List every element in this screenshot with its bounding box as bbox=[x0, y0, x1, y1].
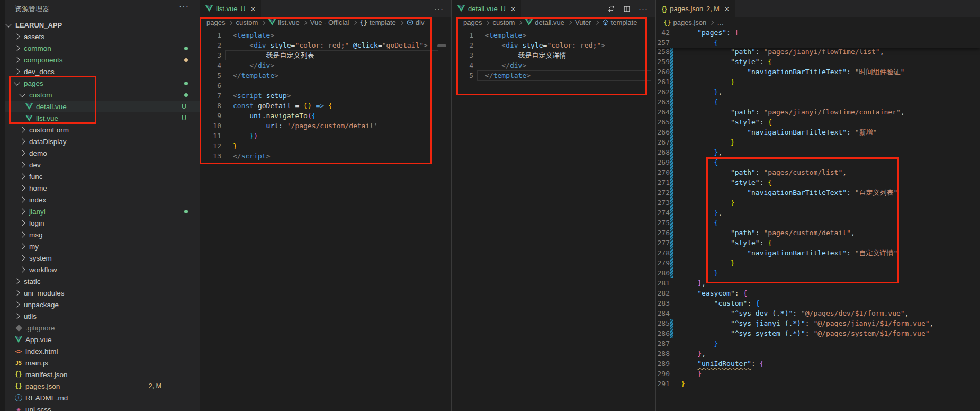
tree-item-common[interactable]: common bbox=[0, 42, 200, 54]
more-actions-icon[interactable]: ··· bbox=[434, 4, 444, 13]
tree-item-utils[interactable]: utils bbox=[0, 310, 200, 322]
code-area-detail-vue[interactable]: 1<template>2<div style="color: red;">3我是… bbox=[452, 28, 655, 411]
line-text: }, bbox=[681, 147, 722, 157]
breadcrumb-item[interactable]: Vuter bbox=[575, 19, 591, 26]
breadcrumb-item[interactable]: Vue - Official bbox=[310, 19, 349, 26]
tree-item-msg[interactable]: msg bbox=[0, 229, 200, 240]
tree-item-dev[interactable]: dev bbox=[0, 159, 200, 171]
tree-item-workflow[interactable]: workflow bbox=[0, 264, 200, 275]
line-number: 260 bbox=[656, 67, 670, 77]
tree-item-label: README.md bbox=[25, 394, 68, 402]
line-number: 3 bbox=[200, 50, 221, 60]
tree-root-learun-app[interactable]: LEARUN_APP bbox=[0, 19, 200, 31]
breadcrumb-item[interactable]: pages bbox=[206, 19, 225, 26]
tree-item-demo[interactable]: demo bbox=[0, 147, 200, 159]
code-line: 8const goDetail = () => { bbox=[200, 101, 451, 111]
breadcrumb-item[interactable]: detail.vue bbox=[525, 19, 564, 26]
file-type-icon-wrap bbox=[24, 115, 34, 122]
tree-item-custom[interactable]: custom bbox=[0, 89, 200, 101]
line-number: 283 bbox=[656, 298, 670, 308]
tree-item-main-js[interactable]: JSmain.js bbox=[0, 357, 200, 369]
breadcrumb-label: custom bbox=[492, 19, 515, 26]
line-number: 264 bbox=[656, 107, 670, 117]
tree-item-jianyi[interactable]: jianyi bbox=[0, 206, 200, 217]
git-modified-gutter bbox=[670, 48, 673, 278]
line-number: 7 bbox=[200, 91, 221, 101]
tree-item-index[interactable]: index bbox=[0, 194, 200, 206]
tree-item-readme-md[interactable]: iREADME.md bbox=[0, 392, 200, 404]
tree-item-datadisplay[interactable]: dataDisplay bbox=[0, 136, 200, 147]
json-tab-icon: {} bbox=[662, 5, 667, 13]
code-line: 258"path": "pages/jianyi/flowTime/list", bbox=[656, 47, 980, 57]
minimap-slider[interactable] bbox=[437, 44, 446, 47]
code-line: 290} bbox=[656, 369, 980, 379]
line-number: 274 bbox=[656, 208, 670, 218]
tree-item-my[interactable]: my bbox=[0, 240, 200, 252]
code-line: 285"^sys-jianyi-(.*)": "@/pages/jianyi/$… bbox=[656, 318, 980, 328]
vue-tab-icon bbox=[205, 5, 213, 12]
breadcrumb-separator-icon bbox=[399, 20, 403, 24]
line-text: "style": { bbox=[681, 177, 772, 187]
tree-item-index-html[interactable]: <>index.html bbox=[0, 345, 200, 357]
tree-item-label: pages bbox=[24, 79, 43, 87]
close-icon[interactable]: × bbox=[725, 4, 730, 13]
code-area-list-vue[interactable]: 1<template>2<div style="color: red;" @cl… bbox=[200, 28, 451, 411]
breadcrumb-label: Vue - Official bbox=[310, 19, 349, 26]
open-changes-icon[interactable] bbox=[607, 5, 615, 13]
chevron-right-icon bbox=[19, 150, 25, 156]
tree-item-list-vue[interactable]: list.vueU bbox=[0, 112, 200, 124]
tree-item-unpackage[interactable]: unpackage bbox=[0, 299, 200, 310]
code-line: 13</script> bbox=[200, 151, 451, 161]
tree-item-home[interactable]: home bbox=[0, 182, 200, 194]
breadcrumb-item[interactable]: {}template bbox=[360, 19, 396, 26]
tree-item-components[interactable]: components bbox=[0, 54, 200, 66]
tree-item-label: home bbox=[29, 184, 47, 192]
tree-item-pages[interactable]: pages bbox=[0, 77, 200, 89]
chevron-right-icon bbox=[19, 138, 25, 144]
tree-item-label: uni.scss bbox=[25, 406, 51, 411]
line-number: 282 bbox=[656, 288, 670, 298]
code-line: 277"style": { bbox=[656, 238, 980, 248]
line-number: 1 bbox=[452, 30, 473, 40]
tree-item-system[interactable]: system bbox=[0, 252, 200, 264]
split-editor-icon[interactable] bbox=[623, 5, 631, 13]
tree-item-login[interactable]: login bbox=[0, 217, 200, 229]
tree-item-static[interactable]: static bbox=[0, 275, 200, 287]
close-icon[interactable]: × bbox=[511, 4, 516, 13]
explorer-more-actions-icon[interactable]: ··· bbox=[179, 2, 189, 12]
breadcrumb-item[interactable]: list.vue bbox=[268, 19, 299, 26]
sticky-scroll[interactable]: 42"pages": [257{ bbox=[656, 28, 980, 48]
tree-item-manifest-json[interactable]: {}manifest.json bbox=[0, 369, 200, 380]
breadcrumb-item[interactable]: div bbox=[407, 19, 425, 26]
git-problems-badge: 2, M bbox=[149, 382, 161, 390]
breadcrumb-item[interactable]: {}pages.json bbox=[663, 19, 706, 26]
tree-item-customform[interactable]: customForm bbox=[0, 124, 200, 136]
tab-detail-vue[interactable]: detail.vueU× bbox=[452, 0, 521, 17]
tree-item--gitignore[interactable]: .gitignore bbox=[0, 322, 200, 334]
close-icon[interactable]: × bbox=[251, 4, 256, 13]
more-actions-icon[interactable]: ··· bbox=[639, 4, 648, 13]
breadcrumb-item[interactable]: pages bbox=[463, 19, 482, 26]
tree-item-dev-docs[interactable]: dev_docs bbox=[0, 66, 200, 77]
breadcrumb-item[interactable]: … bbox=[717, 19, 724, 26]
breadcrumb-item[interactable]: template bbox=[602, 19, 637, 26]
breadcrumb-item[interactable]: custom bbox=[236, 19, 258, 26]
breadcrumb-item[interactable]: custom bbox=[492, 19, 515, 26]
chevron-right-icon bbox=[14, 57, 20, 62]
tree-item-app-vue[interactable]: App.vue bbox=[0, 334, 200, 345]
tree-item-uni-modules[interactable]: uni_modules bbox=[0, 287, 200, 299]
breadcrumb-separator-icon bbox=[303, 20, 307, 24]
tree-item-pages-json[interactable]: {}pages.json2, M bbox=[0, 380, 200, 392]
tab-pages-json[interactable]: {}pages.json2, M× bbox=[656, 0, 735, 17]
tree-item-uni-scss[interactable]: ◈uni.scss bbox=[0, 404, 200, 411]
tree-item-label: customForm bbox=[29, 126, 69, 134]
code-area-pages-json[interactable]: 258"path": "pages/jianyi/flowTime/list",… bbox=[656, 28, 980, 411]
line-number: 281 bbox=[656, 278, 670, 288]
tab-list-vue[interactable]: list.vueU× bbox=[200, 0, 261, 17]
tree-item-assets[interactable]: assets bbox=[0, 31, 200, 42]
tree-item-detail-vue[interactable]: detail.vueU bbox=[0, 101, 200, 112]
tree-item-label: assets bbox=[24, 33, 44, 41]
line-number: 277 bbox=[656, 238, 670, 248]
git-modified-gutter bbox=[670, 319, 673, 338]
tree-item-func[interactable]: func bbox=[0, 171, 200, 182]
